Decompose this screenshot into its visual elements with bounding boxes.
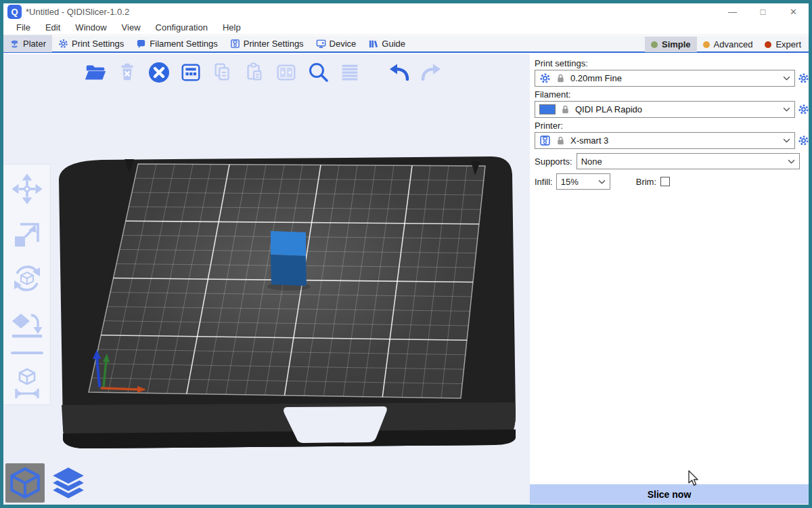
layers-view-icon xyxy=(51,465,86,501)
tab-label: Guide xyxy=(382,39,405,49)
title-bar: Q *Untitled - QIDISlicer-1.0.2 — □ ✕ xyxy=(3,3,809,20)
layer-list-icon xyxy=(338,61,361,84)
split-objects-icon xyxy=(275,61,298,84)
3d-editor-view-button[interactable] xyxy=(5,463,45,503)
copy-button[interactable] xyxy=(210,60,235,85)
handle-cutout xyxy=(284,406,387,443)
print-settings-label: Print settings: xyxy=(535,58,588,68)
cube-view-icon xyxy=(8,466,42,500)
minimize-button[interactable]: — xyxy=(717,3,748,20)
plater-icon xyxy=(9,39,20,49)
arrange-button[interactable] xyxy=(178,60,203,85)
lock-icon xyxy=(556,73,566,83)
mode-advanced[interactable]: Advanced xyxy=(697,37,759,52)
chevron-down-icon xyxy=(783,76,790,81)
supports-row: Supports: None xyxy=(535,153,800,169)
infill-label: Infill: xyxy=(535,177,553,187)
filament-combo[interactable]: QIDI PLA Rapido xyxy=(535,101,795,118)
scale-tool-button[interactable] xyxy=(11,217,43,250)
brim-checkbox[interactable] xyxy=(660,177,670,186)
tab-bar: Plater Print Settings Filament Settings … xyxy=(3,36,809,53)
trash-delete-icon xyxy=(116,61,139,84)
tab-label: Filament Settings xyxy=(150,39,217,49)
preview-layers-view-button[interactable] xyxy=(49,463,88,503)
tab-plater[interactable]: Plater xyxy=(3,35,52,52)
tab-device[interactable]: Device xyxy=(310,35,363,52)
undo-icon xyxy=(387,60,411,85)
tab-label: Print Settings xyxy=(72,39,124,49)
place-on-face-tool-button[interactable] xyxy=(11,307,43,339)
mode-simple[interactable]: Simple xyxy=(645,37,697,52)
infill-value: 15% xyxy=(561,177,579,187)
infill-combo[interactable]: 15% xyxy=(556,173,610,190)
printer-combo[interactable]: X-smart 3 xyxy=(535,132,795,149)
delete-all-icon xyxy=(147,60,171,85)
gear-icon xyxy=(539,72,551,84)
chevron-down-icon xyxy=(598,179,606,184)
paste-button[interactable] xyxy=(242,60,267,85)
move-tool-button[interactable] xyxy=(11,173,43,205)
menu-bar: File Edit Window View Configuration Help xyxy=(3,20,809,35)
view-switcher xyxy=(5,463,88,503)
search-icon xyxy=(306,60,330,85)
arrange-icon xyxy=(179,61,202,84)
rotate-tool-button[interactable] xyxy=(11,262,43,295)
menu-configuration[interactable]: Configuration xyxy=(148,20,215,35)
tab-print-settings[interactable]: Print Settings xyxy=(52,35,130,52)
mode-switcher: Simple Advanced Expert xyxy=(645,36,807,53)
split-button[interactable] xyxy=(273,60,298,85)
guide-books-icon xyxy=(368,39,378,49)
app-icon: Q xyxy=(7,5,22,19)
menu-edit[interactable]: Edit xyxy=(38,20,68,35)
tab-label: Device xyxy=(330,39,357,49)
close-button[interactable]: ✕ xyxy=(778,3,809,20)
printer-value: X-smart 3 xyxy=(570,135,608,146)
delete-button[interactable] xyxy=(114,60,139,85)
copy-icon xyxy=(211,61,234,84)
menu-view[interactable]: View xyxy=(114,20,148,35)
edit-filament-button[interactable] xyxy=(798,104,809,115)
paste-icon xyxy=(243,61,266,84)
tab-guide[interactable]: Guide xyxy=(362,35,411,52)
search-button[interactable] xyxy=(305,60,330,85)
printer-icon xyxy=(539,135,551,146)
chevron-down-icon xyxy=(783,138,790,143)
printer-bed-scene xyxy=(3,54,530,505)
edit-printer-button[interactable] xyxy=(798,135,809,146)
model-cube[interactable] xyxy=(271,231,307,286)
maximize-button[interactable]: □ xyxy=(748,3,778,20)
open-file-button[interactable] xyxy=(83,60,108,85)
variable-layer-button[interactable] xyxy=(337,60,362,85)
mode-expert[interactable]: Expert xyxy=(759,37,807,52)
app-window: Q *Untitled - QIDISlicer-1.0.2 — □ ✕ Fil… xyxy=(0,0,812,508)
advanced-dot xyxy=(703,41,710,48)
supports-combo[interactable]: None xyxy=(577,153,800,169)
tab-printer-settings[interactable]: Printer Settings xyxy=(224,35,310,52)
menu-window[interactable]: Window xyxy=(68,20,114,35)
print-settings-value: 0.20mm Fine xyxy=(570,73,622,83)
window-title: *Untitled - QIDISlicer-1.0.2 xyxy=(26,7,129,17)
mode-label: Expert xyxy=(775,39,801,49)
3d-viewport[interactable] xyxy=(3,54,530,505)
undo-button[interactable] xyxy=(386,60,411,85)
printer-icon xyxy=(230,39,240,49)
slice-now-button[interactable]: Slice now xyxy=(530,484,809,504)
delete-all-button[interactable] xyxy=(146,60,171,85)
filament-value: QIDI PLA Rapido xyxy=(575,104,642,114)
chevron-down-icon xyxy=(788,159,795,164)
tab-filament-settings[interactable]: Filament Settings xyxy=(130,35,223,52)
redo-icon xyxy=(419,60,443,85)
expert-dot xyxy=(765,41,771,48)
print-settings-combo[interactable]: 0.20mm Fine xyxy=(535,70,795,87)
edit-print-settings-button[interactable] xyxy=(798,72,809,84)
lock-icon xyxy=(556,135,566,146)
filament-icon xyxy=(136,39,146,49)
menu-file[interactable]: File xyxy=(9,20,38,35)
gear-icon xyxy=(58,39,68,49)
menu-help[interactable]: Help xyxy=(215,20,248,35)
redo-button[interactable] xyxy=(418,60,443,85)
tab-label: Plater xyxy=(23,39,46,49)
filament-color-swatch xyxy=(539,104,556,114)
measure-tool-button[interactable] xyxy=(11,366,43,399)
printer-label: Printer: xyxy=(535,121,563,131)
